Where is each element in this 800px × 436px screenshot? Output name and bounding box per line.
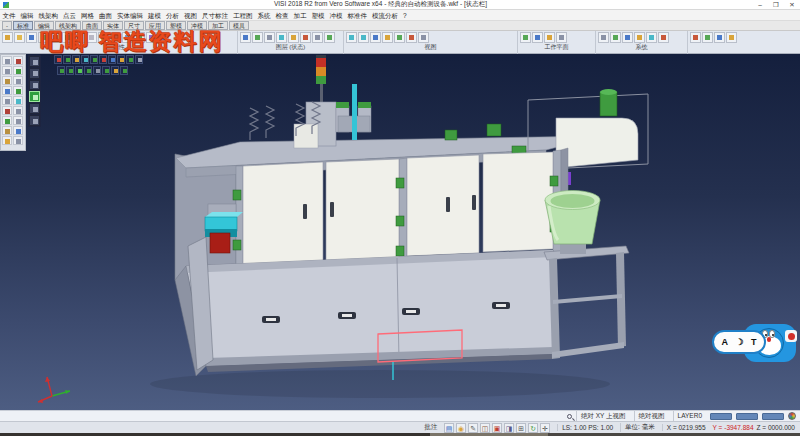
- toolbar-tab[interactable]: 线架构: [55, 21, 81, 30]
- mask-icon[interactable]: [146, 32, 157, 43]
- toolbar-tab[interactable]: -: [2, 21, 12, 30]
- magnifier-icon[interactable]: [567, 414, 572, 419]
- toolbar-tab[interactable]: 应用: [145, 21, 165, 30]
- undo-icon[interactable]: [62, 32, 73, 43]
- calc-icon[interactable]: [714, 32, 725, 43]
- view-iso-icon[interactable]: [346, 32, 357, 43]
- menu-item[interactable]: 线架构: [36, 10, 61, 21]
- shade-mode-icon[interactable]: [418, 32, 429, 43]
- menu-item[interactable]: 尺寸标注: [200, 10, 231, 21]
- crosshair-icon[interactable]: ✛: [540, 423, 550, 433]
- layer-color-icon[interactable]: [288, 32, 299, 43]
- menu-item[interactable]: 工程图: [231, 10, 256, 21]
- toolbar-tab[interactable]: 编辑: [34, 21, 54, 30]
- bowl-feeder[interactable]: [544, 191, 629, 360]
- maximize-button[interactable]: ❐: [768, 0, 784, 10]
- flag-icon[interactable]: [690, 32, 701, 43]
- snap-icon[interactable]: [610, 32, 621, 43]
- save-icon[interactable]: [26, 32, 37, 43]
- export-icon[interactable]: [50, 32, 61, 43]
- redo-icon[interactable]: [74, 32, 85, 43]
- menu-item[interactable]: 点云: [61, 10, 79, 21]
- toolbar-tab[interactable]: 加工: [208, 21, 228, 30]
- box-icon[interactable]: ⊞: [516, 423, 526, 433]
- color-chip[interactable]: [736, 413, 758, 420]
- import-icon[interactable]: [38, 32, 49, 43]
- ime-skin-icon[interactable]: T: [751, 338, 757, 347]
- user-icon[interactable]: ◫: [480, 423, 490, 433]
- menu-item[interactable]: 实体编辑: [115, 10, 146, 21]
- measure-icon[interactable]: [122, 32, 133, 43]
- zoom-fit-icon[interactable]: [382, 32, 393, 43]
- tools-icon[interactable]: [702, 32, 713, 43]
- view-mode[interactable]: 绝对视图: [634, 411, 669, 421]
- workplane-xy-icon[interactable]: [520, 32, 531, 43]
- pencil-icon[interactable]: ✎: [468, 423, 478, 433]
- toolbar-tab[interactable]: 曲面: [82, 21, 102, 30]
- filter-icon[interactable]: [158, 32, 169, 43]
- toolbar-tab[interactable]: 冲模: [187, 21, 207, 30]
- copy-icon[interactable]: [86, 32, 97, 43]
- zoom-window-icon[interactable]: [394, 32, 405, 43]
- menu-item[interactable]: 曲面: [97, 10, 115, 21]
- menu-item[interactable]: 编辑: [18, 10, 36, 21]
- toolbar-tab[interactable]: 标准: [13, 21, 33, 30]
- cad-model-canvas[interactable]: [0, 54, 800, 410]
- menu-item[interactable]: 网格: [79, 10, 97, 21]
- paste-icon[interactable]: [98, 32, 109, 43]
- rotate-view-icon[interactable]: [406, 32, 417, 43]
- close-button[interactable]: ✕: [784, 0, 800, 10]
- truck-icon[interactable]: ▣: [492, 423, 502, 433]
- annotation-label[interactable]: 批注: [424, 423, 437, 432]
- grid-icon[interactable]: [622, 32, 633, 43]
- magnet-icon[interactable]: ◨: [504, 423, 514, 433]
- minimize-button[interactable]: –: [752, 0, 768, 10]
- toolbar-tab[interactable]: 塑模: [166, 21, 186, 30]
- menu-item[interactable]: 系统: [255, 10, 273, 21]
- help-icon[interactable]: [726, 32, 737, 43]
- mouse-icon[interactable]: ◉: [456, 423, 466, 433]
- menu-item[interactable]: ?: [401, 10, 410, 21]
- view-top-icon[interactable]: [358, 32, 369, 43]
- menu-item[interactable]: 标准件: [345, 10, 370, 21]
- ime-moon-icon[interactable]: ☽: [735, 338, 743, 347]
- new-file-icon[interactable]: [2, 32, 13, 43]
- menu-item[interactable]: 文件: [0, 10, 18, 21]
- workplane-new-icon[interactable]: [532, 32, 543, 43]
- layers-icon[interactable]: [134, 32, 145, 43]
- menu-item[interactable]: 建模: [146, 10, 164, 21]
- ime-toolbar[interactable]: A☽T: [712, 322, 798, 366]
- open-file-icon[interactable]: [14, 32, 25, 43]
- layer-list-icon[interactable]: [240, 32, 251, 43]
- info-icon[interactable]: [658, 32, 669, 43]
- settings-icon[interactable]: [598, 32, 609, 43]
- toolbar-tab[interactable]: 尺寸: [124, 21, 144, 30]
- view-front-icon[interactable]: [370, 32, 381, 43]
- layer-lock-icon[interactable]: [312, 32, 323, 43]
- menu-item[interactable]: 模流分析: [370, 10, 401, 21]
- menu-item[interactable]: 检查: [273, 10, 291, 21]
- ime-mode-letter[interactable]: A: [721, 338, 728, 347]
- document-icon[interactable]: ▤: [444, 423, 454, 433]
- color-wheel-icon[interactable]: [788, 412, 796, 420]
- attributes-icon[interactable]: [634, 32, 645, 43]
- workplane-align-icon[interactable]: [544, 32, 555, 43]
- menu-item[interactable]: 视图: [182, 10, 200, 21]
- layer-on-icon[interactable]: [252, 32, 263, 43]
- lower-cabinet[interactable]: [175, 250, 553, 376]
- layer-current-icon[interactable]: [324, 32, 335, 43]
- menu-item[interactable]: 加工: [291, 10, 309, 21]
- refresh-icon[interactable]: ↻: [528, 423, 538, 433]
- current-layer[interactable]: LAYER0: [673, 411, 706, 421]
- toolbar-tab[interactable]: 模具: [229, 21, 249, 30]
- toolbar-tab[interactable]: 实体: [103, 21, 123, 30]
- delete-icon[interactable]: [110, 32, 121, 43]
- coords-mode[interactable]: 绝对 XY 上视图: [576, 411, 630, 421]
- menu-item[interactable]: 分析: [164, 10, 182, 21]
- layer-freeze-icon[interactable]: [276, 32, 287, 43]
- database-icon[interactable]: [646, 32, 657, 43]
- color-chip[interactable]: [710, 413, 732, 420]
- workplane-reset-icon[interactable]: [556, 32, 567, 43]
- color-chip[interactable]: [762, 413, 784, 420]
- 3d-viewport[interactable]: A☽T: [0, 54, 800, 410]
